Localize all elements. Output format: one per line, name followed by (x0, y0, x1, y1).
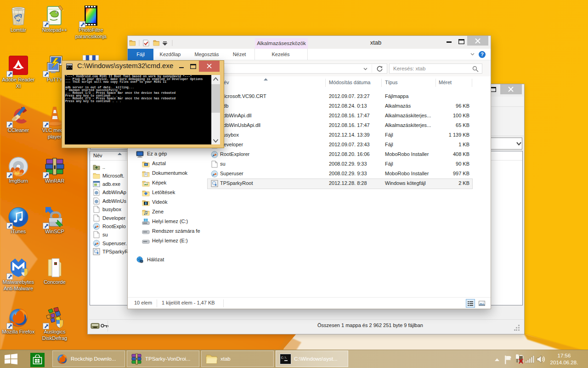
svg-text:C:\: C:\ (281, 356, 287, 360)
svg-text:C:\: C:\ (67, 66, 72, 69)
